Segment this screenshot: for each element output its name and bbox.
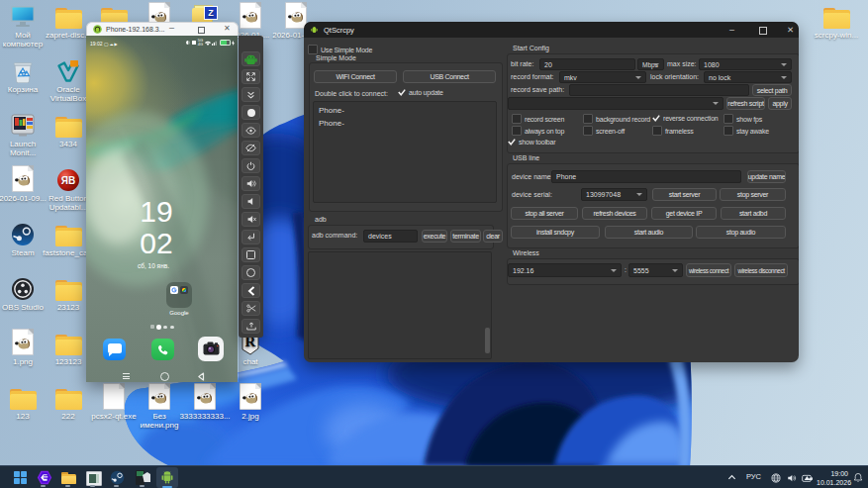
svg-text:ЯB: ЯB: [61, 175, 75, 186]
